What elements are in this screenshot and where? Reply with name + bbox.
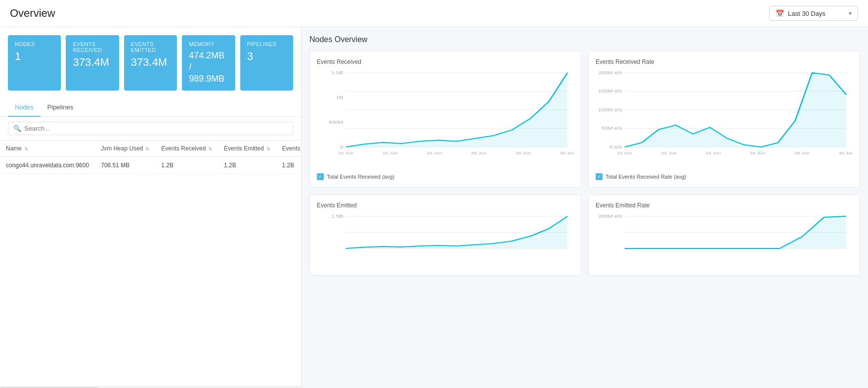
date-range-label: Last 30 Days xyxy=(788,10,845,17)
stat-value: 3 xyxy=(247,50,286,63)
chart-title-events-emitted: Events Emitted xyxy=(317,202,574,209)
chart-card-events-received-rate: Events Received Rate200M e/s150M e/s100M… xyxy=(588,51,860,188)
svg-text:30 Jun: 30 Jun xyxy=(838,151,853,155)
svg-text:28 Jun: 28 Jun xyxy=(794,151,810,155)
nodes-table: Name ⇅Jvm Heap Used ⇅Events Received ⇅Ev… xyxy=(0,141,301,174)
svg-text:22 Jun: 22 Jun xyxy=(661,151,677,155)
stat-label: Events Emitted xyxy=(131,41,170,53)
calendar-icon: 📅 xyxy=(776,9,784,17)
chart-svg-events-received: 1.5B1B500M020 Jun22 Jun24 Jun26 Jun28 Ju… xyxy=(317,70,574,169)
col-name[interactable]: Name ⇅ xyxy=(0,141,95,157)
tabs-row: NodesPipelines xyxy=(0,98,301,117)
table-cell-0: congo44.unraveldata.com:9600 xyxy=(0,157,95,174)
chart-svg-events-emitted: 1.5B xyxy=(317,214,574,268)
search-input-wrap[interactable]: 🔍 xyxy=(8,122,293,135)
chart-area-events-emitted: 1.5B xyxy=(317,214,574,268)
stat-label: Events Received xyxy=(73,41,112,53)
svg-text:0: 0 xyxy=(340,145,344,149)
chevron-down-icon: ▾ xyxy=(849,10,852,17)
legend-checkbox[interactable] xyxy=(596,173,603,180)
svg-text:24 Jun: 24 Jun xyxy=(705,151,721,155)
stat-label: Nodes xyxy=(15,41,54,47)
svg-text:26 Jun: 26 Jun xyxy=(471,151,486,155)
svg-text:200M e/s: 200M e/s xyxy=(598,214,622,218)
stat-value: 373.4M xyxy=(73,56,112,69)
chart-area-events-received: 1.5B1B500M020 Jun22 Jun24 Jun26 Jun28 Ju… xyxy=(317,70,574,169)
svg-text:26 Jun: 26 Jun xyxy=(750,151,765,155)
date-range-selector[interactable]: 📅 Last 30 Days ▾ xyxy=(769,6,858,21)
tab-pipelines[interactable]: Pipelines xyxy=(41,98,81,117)
stats-row: Nodes1Events Received373.4MEvents Emitte… xyxy=(0,27,301,98)
left-panel: Nodes1Events Received373.4MEvents Emitte… xyxy=(0,27,302,388)
svg-text:20 Jun: 20 Jun xyxy=(338,151,353,155)
chart-legend-events-received-rate: Total Events Received Rate (avg) xyxy=(596,173,853,180)
svg-text:150M e/s: 150M e/s xyxy=(598,89,622,94)
nodes-table-container: Name ⇅Jvm Heap Used ⇅Events Received ⇅Ev… xyxy=(0,141,301,387)
col-jvm-heap-used[interactable]: Jvm Heap Used ⇅ xyxy=(95,141,155,157)
top-bar: Overview 📅 Last 30 Days ▾ xyxy=(0,0,868,27)
sort-icon: ⇅ xyxy=(144,146,150,151)
stat-card-memory: Memory474.2MB / 989.9MB xyxy=(182,35,235,91)
svg-text:22 Jun: 22 Jun xyxy=(383,151,398,155)
stat-card-events-received: Events Received373.4M xyxy=(66,35,119,91)
search-bar: 🔍 xyxy=(0,117,301,141)
svg-text:24 Jun: 24 Jun xyxy=(427,151,442,155)
col-events-received[interactable]: Events Received ⇅ xyxy=(155,141,218,157)
right-panel: Nodes Overview Events Received1.5B1B500M… xyxy=(302,27,868,388)
page-title: Overview xyxy=(10,7,55,20)
chart-legend-events-received: Total Events Received (avg) xyxy=(317,173,574,180)
search-input[interactable] xyxy=(24,125,288,132)
charts-grid: Events Received1.5B1B500M020 Jun22 Jun24… xyxy=(309,51,860,276)
svg-text:28 Jun: 28 Jun xyxy=(516,151,531,155)
legend-checkbox[interactable] xyxy=(317,173,324,180)
chart-title-events-emitted-rate: Events Emitted Rate xyxy=(596,202,853,209)
legend-label: Total Events Received Rate (avg) xyxy=(606,174,686,180)
stat-value: 1 xyxy=(15,50,54,63)
svg-text:0 e/s: 0 e/s xyxy=(609,145,622,149)
sort-icon: ⇅ xyxy=(207,146,212,151)
table-cell-4: 1.2B xyxy=(276,157,301,174)
col-events-emitted[interactable]: Events Emitted ⇅ xyxy=(218,141,276,157)
chart-title-events-received: Events Received xyxy=(317,58,574,65)
sort-icon: ⇅ xyxy=(265,146,270,151)
svg-text:1.5B: 1.5B xyxy=(331,214,343,218)
table-cell-3: 1.2B xyxy=(218,157,276,174)
svg-text:30 Jun: 30 Jun xyxy=(560,151,574,155)
stat-card-nodes: Nodes1 xyxy=(8,35,61,91)
svg-text:1B: 1B xyxy=(336,95,343,99)
stat-label: Memory xyxy=(189,41,228,47)
stat-card-events-emitted: Events Emitted373.4M xyxy=(124,35,177,91)
tab-nodes[interactable]: Nodes xyxy=(8,98,41,117)
main-content: Nodes1Events Received373.4MEvents Emitte… xyxy=(0,27,868,388)
svg-text:50M e/s: 50M e/s xyxy=(602,126,622,131)
chart-card-events-emitted-rate: Events Emitted Rate200M e/s xyxy=(588,194,860,276)
chart-card-events-emitted: Events Emitted1.5B xyxy=(309,194,581,276)
stat-card-pipelines: Pipelines3 xyxy=(240,35,293,91)
legend-label: Total Events Received (avg) xyxy=(327,174,394,180)
svg-text:500M: 500M xyxy=(329,120,343,124)
svg-text:20 Jun: 20 Jun xyxy=(617,151,632,155)
svg-text:1.5B: 1.5B xyxy=(331,70,343,75)
chart-title-events-received-rate: Events Received Rate xyxy=(596,58,853,65)
stat-label: Pipelines xyxy=(247,41,286,47)
svg-text:100M e/s: 100M e/s xyxy=(598,107,622,112)
stat-value: 474.2MB / 989.9MB xyxy=(189,50,228,85)
stat-value: 373.4M xyxy=(131,56,170,69)
table-cell-1: 706.51 MB xyxy=(95,157,155,174)
search-icon: 🔍 xyxy=(13,125,21,132)
chart-card-events-received: Events Received1.5B1B500M020 Jun22 Jun24… xyxy=(309,51,581,188)
nodes-overview-title: Nodes Overview xyxy=(309,35,860,44)
chart-svg-events-received-rate: 200M e/s150M e/s100M e/s50M e/s0 e/s20 J… xyxy=(596,70,853,169)
chart-area-events-emitted-rate: 200M e/s xyxy=(596,214,853,268)
col-events-filtered[interactable]: Events Filtered ⇅ xyxy=(276,141,301,157)
chart-svg-events-emitted-rate: 200M e/s xyxy=(596,214,853,268)
table-row[interactable]: congo44.unraveldata.com:9600706.51 MB1.2… xyxy=(0,157,301,174)
table-cell-2: 1.2B xyxy=(155,157,218,174)
sort-icon: ⇅ xyxy=(23,146,28,151)
chart-area-events-received-rate: 200M e/s150M e/s100M e/s50M e/s0 e/s20 J… xyxy=(596,70,853,169)
svg-text:200M e/s: 200M e/s xyxy=(598,70,622,75)
